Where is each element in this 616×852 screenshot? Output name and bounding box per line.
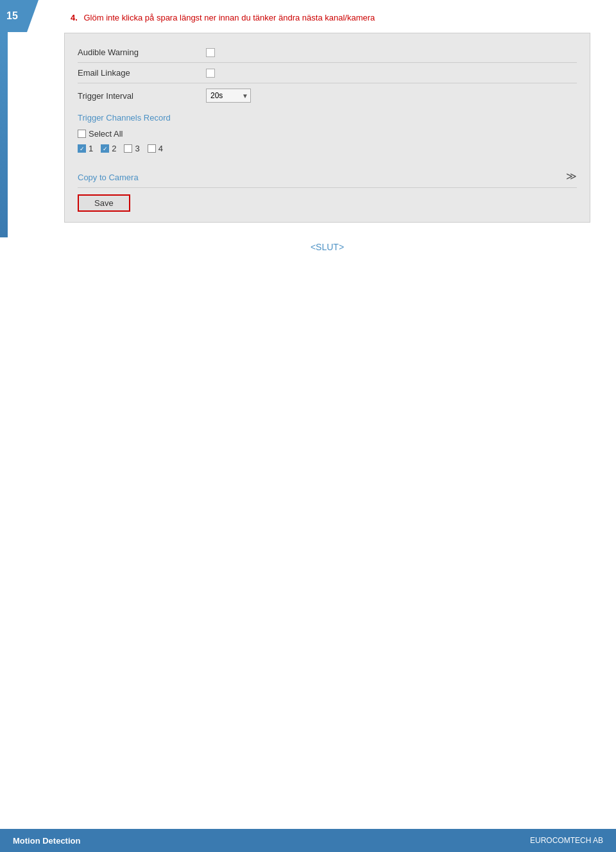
select-all-checkbox[interactable] bbox=[78, 130, 86, 138]
footer-left-text: Motion Detection bbox=[13, 836, 80, 846]
audible-warning-row: Audible Warning bbox=[78, 44, 577, 61]
instruction-text: Glöm inte klicka på spara längst ner inn… bbox=[83, 13, 375, 22]
trigger-interval-select-wrapper: 20s 30s 60s ▼ bbox=[206, 89, 251, 103]
email-linkage-checkbox[interactable] bbox=[206, 69, 215, 78]
select-all-item: Select All bbox=[78, 129, 123, 139]
double-chevron-icon: ≫ bbox=[566, 170, 577, 182]
footer-right-text: EUROCOMTECH AB bbox=[530, 836, 603, 845]
select-all-label: Select All bbox=[89, 129, 123, 139]
trigger-interval-label: Trigger Interval bbox=[78, 91, 206, 101]
trigger-channels-section-label: Trigger Channels Record bbox=[78, 113, 577, 123]
settings-panel: Audible Warning Email Linkage Trigger In… bbox=[64, 33, 590, 223]
email-linkage-row: Email Linkage bbox=[78, 64, 577, 81]
step-number: 4. bbox=[71, 13, 78, 22]
main-content: 4. Glöm inte klicka på spara längst ner … bbox=[38, 0, 616, 265]
page-corner: 15 bbox=[0, 0, 38, 32]
select-all-row: Select All bbox=[78, 126, 577, 141]
save-button[interactable]: Save bbox=[78, 194, 130, 212]
trigger-interval-select[interactable]: 20s 30s 60s bbox=[206, 89, 251, 103]
slut-text: <SLUT> bbox=[64, 242, 590, 252]
page-number: 15 bbox=[6, 10, 18, 22]
channel-1-item: ✓ 1 bbox=[78, 144, 93, 153]
channel-3-label: 3 bbox=[135, 144, 139, 153]
trigger-interval-row: Trigger Interval 20s 30s 60s ▼ bbox=[78, 85, 577, 106]
step-instruction: 4. Glöm inte klicka på spara längst ner … bbox=[64, 13, 590, 22]
audible-warning-label: Audible Warning bbox=[78, 47, 206, 57]
channel-2-checkbox[interactable]: ✓ bbox=[101, 144, 109, 153]
channel-4-checkbox[interactable] bbox=[148, 144, 156, 153]
channel-3-item: 3 bbox=[124, 144, 139, 153]
save-button-wrapper: Save bbox=[78, 194, 577, 212]
channel-1-checkbox[interactable]: ✓ bbox=[78, 144, 86, 153]
copy-camera-row: Copy to Camera ≫ bbox=[78, 162, 577, 186]
email-linkage-label: Email Linkage bbox=[78, 68, 206, 78]
left-accent-bar bbox=[0, 32, 8, 237]
audible-warning-checkbox[interactable] bbox=[206, 48, 215, 57]
trigger-interval-control: 20s 30s 60s ▼ bbox=[206, 89, 251, 103]
channel-2-label: 2 bbox=[112, 144, 116, 153]
footer: Motion Detection EUROCOMTECH AB bbox=[0, 829, 616, 852]
channel-1-label: 1 bbox=[89, 144, 93, 153]
channel-4-label: 4 bbox=[158, 144, 163, 153]
channel-2-item: ✓ 2 bbox=[101, 144, 116, 153]
channel-3-checkbox[interactable] bbox=[124, 144, 132, 153]
channel-4-item: 4 bbox=[148, 144, 163, 153]
copy-camera-label[interactable]: Copy to Camera bbox=[78, 173, 139, 182]
channel-checkboxes-row: ✓ 1 ✓ 2 3 4 bbox=[78, 141, 577, 156]
